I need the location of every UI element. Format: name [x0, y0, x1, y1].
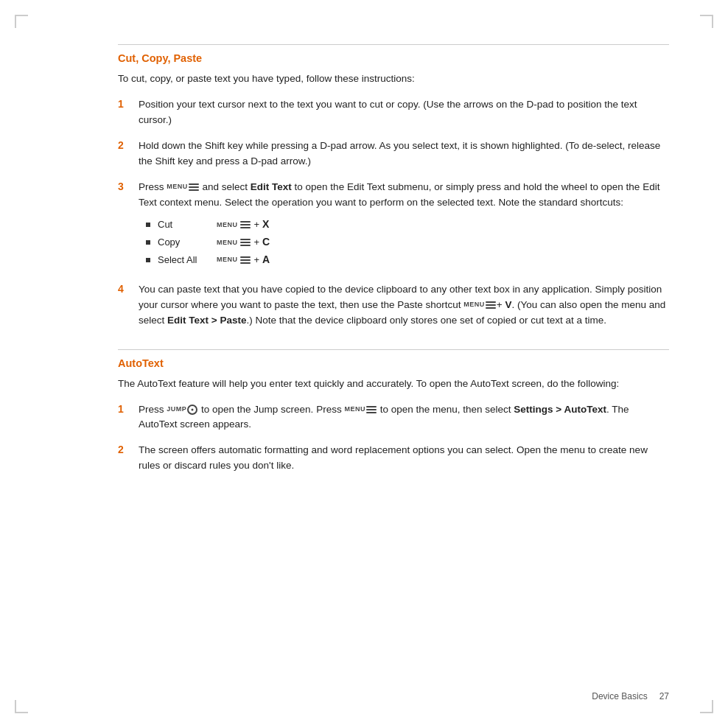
key-x: X [262, 216, 269, 234]
page: Cut, Copy, Paste To cut, copy, or paste … [0, 0, 728, 728]
menu-icon-cut [240, 221, 251, 228]
menu-label-at1: MENU [344, 405, 365, 413]
menu-icon-at1 [366, 406, 377, 413]
corner-mark-tl [15, 15, 28, 28]
menu-label-copy: MENU [217, 237, 238, 248]
shortcut-list: Cut MENU + X Copy M [139, 216, 669, 268]
section-intro-cut-copy-paste: To cut, copy, or paste text you have typ… [118, 71, 669, 87]
list-content-3: Press MENU and select Edit Text to open … [139, 180, 669, 272]
menu-icon-3a [189, 183, 199, 191]
list-num-2: 2 [118, 139, 139, 151]
section-divider-1 [118, 44, 669, 45]
section-title-autotext: AutoText [118, 357, 669, 369]
shortcut-cut-label: Cut [158, 217, 217, 233]
autotext-list: 1 Press JUMP to open the Jump screen. Pr… [118, 402, 669, 475]
section-divider-2 [118, 349, 669, 350]
footer: Device Basics 27 [592, 691, 669, 701]
autotext-content-2: The screen offers automatic formatting a… [139, 443, 669, 474]
footer-chapter: Device Basics [592, 691, 647, 701]
corner-mark-tr [700, 15, 713, 28]
autotext-num-2: 2 [118, 443, 139, 455]
menu-icon-copy [240, 239, 251, 246]
list-item-3: 3 Press MENU and select Edit Text to ope… [118, 180, 669, 272]
autotext-num-1: 1 [118, 402, 139, 415]
shortcut-select-all-combo: MENU + A [217, 251, 270, 269]
list-num-1: 1 [118, 97, 139, 110]
list-content-4: You can paste text that you have copied … [139, 282, 669, 329]
list-content-2: Hold down the Shift key while pressing a… [139, 139, 669, 169]
autotext-item-2: 2 The screen offers automatic formatting… [118, 443, 669, 474]
key-a: A [262, 251, 270, 269]
list-item-1: 1 Position your text cursor next to the … [118, 97, 669, 128]
shortcut-cut-combo: MENU + X [217, 216, 269, 234]
section-autotext: AutoText The AutoText feature will help … [118, 349, 669, 475]
section-intro-autotext: The AutoText feature will help you enter… [118, 377, 669, 392]
shortcut-select-all-label: Select All [158, 252, 217, 268]
bullet-cut [146, 223, 150, 227]
corner-mark-br [700, 700, 713, 713]
settings-autotext-bold: Settings > AutoText [514, 404, 606, 415]
list-num-4: 4 [118, 282, 139, 295]
cut-copy-paste-list: 1 Position your text cursor next to the … [118, 97, 669, 329]
section-title-cut-copy-paste: Cut, Copy, Paste [118, 52, 669, 64]
menu-icon-select-all [240, 256, 251, 264]
shortcut-copy-label: Copy [158, 234, 217, 251]
list-item-2: 2 Hold down the Shift key while pressing… [118, 139, 669, 169]
shortcut-copy-combo: MENU + C [217, 234, 270, 251]
list-content-1: Position your text cursor next to the te… [139, 97, 669, 128]
jump-icon-1 [187, 405, 197, 415]
section-cut-copy-paste: Cut, Copy, Paste To cut, copy, or paste … [118, 44, 669, 329]
menu-icon-4 [486, 301, 496, 309]
shortcut-copy: Copy MENU + C [146, 234, 669, 251]
autotext-content-1: Press JUMP to open the Jump screen. Pres… [139, 402, 669, 433]
autotext-item-1: 1 Press JUMP to open the Jump screen. Pr… [118, 402, 669, 433]
menu-label-select-all: MENU [217, 254, 238, 265]
plus-cut: + [254, 217, 260, 233]
list-item-4: 4 You can paste text that you have copie… [118, 282, 669, 329]
plus-select-all: + [254, 252, 260, 268]
menu-label-4: MENU [463, 301, 485, 308]
bullet-select-all [146, 258, 150, 262]
menu-label-3a: MENU [167, 183, 188, 190]
jump-label-1: JUMP [167, 405, 186, 413]
list-num-3: 3 [118, 180, 139, 192]
menu-label-cut: MENU [217, 220, 238, 231]
bullet-copy [146, 240, 150, 245]
edit-text-paste-bold: Edit Text > Paste [167, 315, 246, 326]
plus-copy: + [254, 234, 260, 251]
key-v-bold: V [505, 299, 511, 310]
edit-text-bold-3: Edit Text [251, 181, 292, 192]
footer-page-number: 27 [659, 691, 669, 701]
corner-mark-bl [15, 700, 28, 713]
shortcut-cut: Cut MENU + X [146, 216, 669, 234]
key-c: C [262, 234, 270, 251]
shortcut-select-all: Select All MENU + A [146, 251, 669, 269]
